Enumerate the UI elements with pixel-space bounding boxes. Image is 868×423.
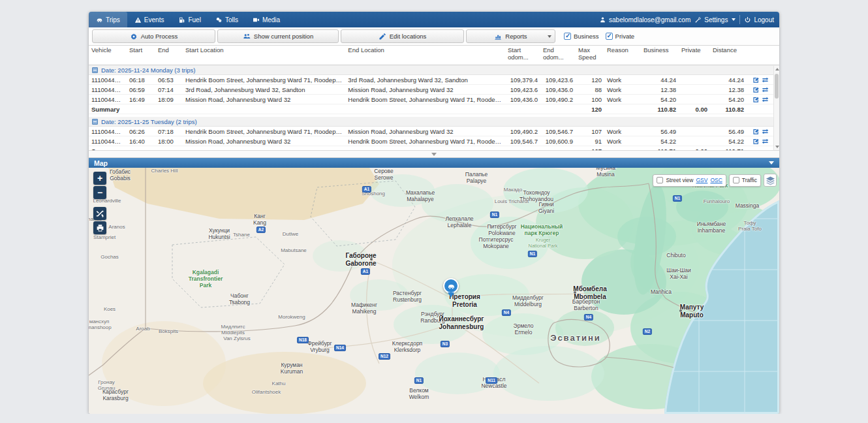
cell-reason: Work bbox=[604, 127, 641, 136]
swap-locations-icon[interactable] bbox=[762, 128, 769, 135]
edit-trip-icon[interactable] bbox=[752, 76, 760, 84]
column-header-actions[interactable] bbox=[747, 46, 773, 65]
private-checkbox[interactable] bbox=[606, 33, 613, 40]
collapse-icon[interactable] bbox=[92, 119, 98, 125]
table-scrollbar[interactable] bbox=[773, 66, 779, 150]
reports-dropdown[interactable]: Reports bbox=[466, 29, 555, 43]
cell-end_location: Hendrik Boom Street, Johannesburg Ward 7… bbox=[345, 136, 505, 146]
osc-link[interactable]: OSC bbox=[710, 177, 722, 183]
column-header-business[interactable]: Business bbox=[641, 46, 679, 65]
vehicle-marker-head bbox=[443, 278, 459, 294]
column-header-reason[interactable]: Reason bbox=[604, 46, 641, 65]
cell-end: 06:53 bbox=[155, 75, 183, 84]
logout-button[interactable]: Logout bbox=[744, 16, 774, 24]
chevron-down-icon[interactable] bbox=[769, 161, 774, 164]
edit-trip-icon[interactable] bbox=[752, 128, 760, 135]
map-canvas[interactable]: Гобабис GobabisCharles HillСерове Serowe… bbox=[89, 168, 779, 414]
settings-menu[interactable]: Settings bbox=[694, 16, 736, 24]
table-row[interactable]: 111004464706:5907:143rd Road, Johannesbu… bbox=[89, 85, 779, 95]
cell-end_location: Mission Road, Johannesburg Ward 32 bbox=[345, 85, 505, 94]
car-icon bbox=[447, 282, 456, 290]
summary-actions bbox=[747, 104, 773, 114]
gsv-link[interactable]: GSV bbox=[696, 177, 707, 183]
cell-private bbox=[679, 85, 710, 94]
tab-fuel[interactable]: Fuel bbox=[171, 12, 208, 27]
map-layer-controls: Street view GSV OSC Traffic bbox=[653, 174, 777, 187]
vehicle-marker[interactable] bbox=[443, 278, 459, 298]
column-header-distance[interactable]: Distance bbox=[710, 46, 747, 65]
show-current-position-button[interactable]: Show current position bbox=[217, 29, 339, 43]
cell-end_odom: 109,600.9 bbox=[540, 136, 576, 146]
column-header-max_speed[interactable]: Max Speed bbox=[576, 46, 604, 65]
summary-end bbox=[155, 104, 183, 114]
table-map-splitter[interactable] bbox=[89, 150, 779, 158]
user-email: sabelomdlalose@gmail.com bbox=[609, 16, 690, 24]
tab-tolls[interactable]: Tolls bbox=[208, 12, 245, 27]
summary-start_odom bbox=[505, 146, 540, 150]
column-header-private[interactable]: Private bbox=[679, 46, 710, 65]
table-row[interactable]: 111004464706:2607:18Hendrik Boom Street,… bbox=[89, 127, 779, 136]
user-icon bbox=[599, 16, 606, 24]
date-group-header[interactable]: Date: 2025-11-24 Monday (3 trips) bbox=[89, 65, 779, 75]
scrollbar-thumb[interactable] bbox=[775, 74, 779, 99]
cell-distance: 44.24 bbox=[710, 75, 747, 84]
summary-end_location bbox=[345, 104, 505, 114]
print-map-button[interactable] bbox=[93, 221, 106, 234]
toll-icon bbox=[215, 16, 223, 24]
summary-vehicle: Summary bbox=[89, 104, 127, 114]
tools-icon bbox=[694, 16, 702, 24]
warning-icon bbox=[134, 16, 142, 24]
collapse-icon[interactable] bbox=[92, 67, 98, 73]
traffic-checkbox[interactable] bbox=[733, 177, 739, 183]
street-view-checkbox[interactable] bbox=[657, 177, 663, 183]
summary-reason bbox=[604, 146, 641, 150]
edit-trip-icon[interactable] bbox=[752, 86, 760, 93]
scroll-up-icon[interactable] bbox=[775, 68, 779, 70]
private-label: Private bbox=[615, 33, 635, 40]
tab-trips[interactable]: Trips bbox=[89, 12, 127, 27]
swap-locations-icon[interactable] bbox=[762, 76, 769, 84]
zoom-in-button[interactable]: + bbox=[93, 172, 106, 185]
summary-row: Summary107110.710.00110.71 bbox=[89, 146, 779, 150]
edit-locations-button[interactable]: Edit locations bbox=[341, 29, 464, 43]
map-layers-button[interactable] bbox=[764, 174, 777, 187]
cell-vehicle: 1110044647 bbox=[89, 136, 127, 146]
cell-reason: Work bbox=[604, 75, 641, 84]
map-terrain bbox=[89, 168, 779, 414]
edit-trip-icon[interactable] bbox=[752, 96, 760, 103]
column-header-vehicle[interactable]: Vehicle bbox=[89, 46, 127, 65]
business-checkbox[interactable] bbox=[564, 33, 571, 40]
summary-start_location bbox=[183, 104, 345, 114]
zoom-out-button[interactable]: − bbox=[93, 186, 106, 199]
table-row[interactable]: 111004464716:4018:00Mission Road, Johann… bbox=[89, 136, 779, 146]
cell-start_odom: 109,379.4 bbox=[505, 75, 540, 84]
edit-trip-icon[interactable] bbox=[752, 138, 760, 145]
column-header-start_location[interactable]: Start Location bbox=[183, 46, 345, 65]
scroll-down-icon[interactable] bbox=[775, 146, 779, 148]
auto-process-button[interactable]: Auto Process bbox=[92, 29, 215, 43]
cell-max_speed: 120 bbox=[576, 75, 604, 84]
map-panel-header: Map bbox=[89, 158, 779, 168]
private-filter[interactable]: Private bbox=[606, 33, 635, 40]
tab-label: Tolls bbox=[225, 16, 238, 24]
column-header-end[interactable]: End bbox=[155, 46, 183, 65]
column-header-start_odom[interactable]: Start odom... bbox=[505, 46, 540, 65]
swap-locations-icon[interactable] bbox=[762, 96, 769, 103]
user-account[interactable]: sabelomdlalose@gmail.com bbox=[599, 16, 690, 24]
date-group-header[interactable]: Date: 2025-11-25 Tuesday (2 trips) bbox=[89, 117, 779, 127]
table-row[interactable]: 111004464716:4918:09Mission Road, Johann… bbox=[89, 95, 779, 104]
table-row[interactable]: 111004464706:1806:53Hendrik Boom Street,… bbox=[89, 75, 779, 85]
logout-label: Logout bbox=[754, 16, 774, 24]
swap-locations-icon[interactable] bbox=[762, 86, 769, 93]
tab-events[interactable]: Events bbox=[127, 12, 172, 27]
swap-locations-icon[interactable] bbox=[762, 138, 769, 145]
column-header-start[interactable]: Start bbox=[127, 46, 155, 65]
tab-media[interactable]: Media bbox=[245, 12, 287, 27]
cell-end: 07:18 bbox=[155, 127, 183, 136]
business-filter[interactable]: Business bbox=[564, 33, 599, 40]
cell-reason: Work bbox=[604, 136, 641, 146]
people-icon bbox=[243, 33, 251, 40]
column-header-end_odom[interactable]: End odom... bbox=[540, 46, 576, 65]
column-header-end_location[interactable]: End Location bbox=[345, 46, 505, 65]
route-toggle-button[interactable] bbox=[93, 207, 106, 220]
